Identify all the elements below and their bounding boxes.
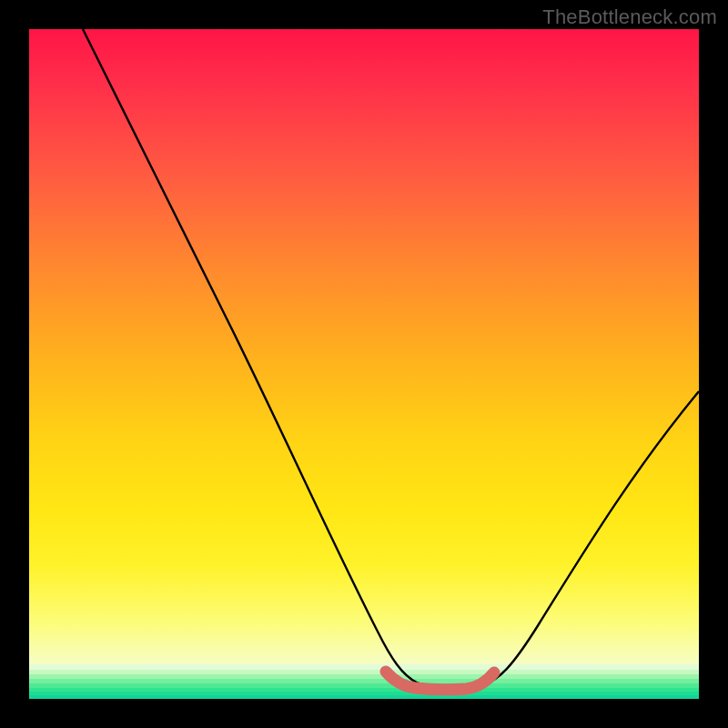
bottleneck-curve bbox=[83, 29, 699, 688]
watermark-text: TheBottleneck.com bbox=[542, 5, 717, 29]
curve-layer bbox=[29, 29, 699, 699]
flat-minimum-highlight bbox=[386, 672, 494, 690]
chart-frame: TheBottleneck.com bbox=[0, 0, 728, 728]
plot-area bbox=[29, 29, 699, 699]
